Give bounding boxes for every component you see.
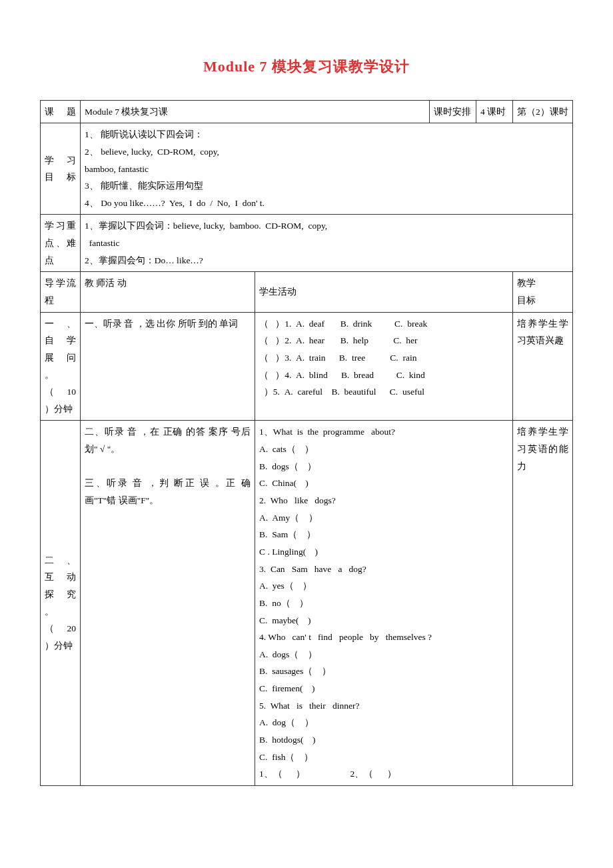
keypoints-row: 学习重点、难点 1、掌握以下四会词：believe, lucky, bamboo… <box>41 215 573 272</box>
goals-row: 学习 目标 1、 能听说认读以下四会词： 2、 believe, lucky, … <box>41 123 573 215</box>
section2-student: 1、What is the programme about? A. cats（ … <box>255 421 513 785</box>
flow-col2: 教 师活 动 <box>81 272 255 312</box>
section1-teacher: 一、听录 音 ，选 出你 所听 到的 单词 <box>81 312 255 421</box>
topic-label: 课 题 <box>41 100 81 123</box>
schedule-label: 课时安排 <box>430 100 476 123</box>
flow-col3: 学生活动 <box>255 272 513 312</box>
keypoints-content: 1、掌握以下四会词：believe, lucky, bamboo. CD-ROM… <box>81 215 573 272</box>
section1-student: （ ）1. A. deaf B. drink C. break （ ）2. A.… <box>255 312 513 421</box>
keypoints-label: 学习重点、难点 <box>41 215 81 272</box>
flow-col4: 教学 目标 <box>513 272 573 312</box>
topic-value: Module 7 模块复习课 <box>81 100 430 123</box>
topic-row: 课 题 Module 7 模块复习课 课时安排 4 课时 第（2）课时 <box>41 100 573 123</box>
section1-goal: 培养学生学习英语兴趣 <box>513 312 573 421</box>
section2-label: 二 、 互 动 探 究 。 （ 20 ）分钟 <box>41 421 81 785</box>
section2-goal: 培养学生学习英语的能力 <box>513 421 573 785</box>
section2-teacher: 二、听录 音 ，在 正确 的答 案序 号后 划" √ "。 三、听录 音 ，判 … <box>81 421 255 785</box>
section1-label: 一 、 自 学 展 问 。 （ 10 ）分钟 <box>41 312 81 421</box>
period-value: 第（2）课时 <box>513 100 573 123</box>
section2-row: 二 、 互 动 探 究 。 （ 20 ）分钟 二、听录 音 ，在 正确 的答 案… <box>41 421 573 785</box>
page-title: Module 7 模块复习课教学设计 <box>40 53 573 80</box>
goals-label: 学习 目标 <box>41 123 81 215</box>
lesson-plan-table: 课 题 Module 7 模块复习课 课时安排 4 课时 第（2）课时 学习 目… <box>40 100 573 786</box>
section1-row: 一 、 自 学 展 问 。 （ 10 ）分钟 一、听录 音 ，选 出你 所听 到… <box>41 312 573 421</box>
schedule-value: 4 课时 <box>476 100 513 123</box>
flow-header-row: 导学流程 教 师活 动 学生活动 教学 目标 <box>41 272 573 312</box>
goals-content: 1、 能听说认读以下四会词： 2、 believe, lucky, CD-ROM… <box>81 123 573 215</box>
flow-col1: 导学流程 <box>41 272 81 312</box>
